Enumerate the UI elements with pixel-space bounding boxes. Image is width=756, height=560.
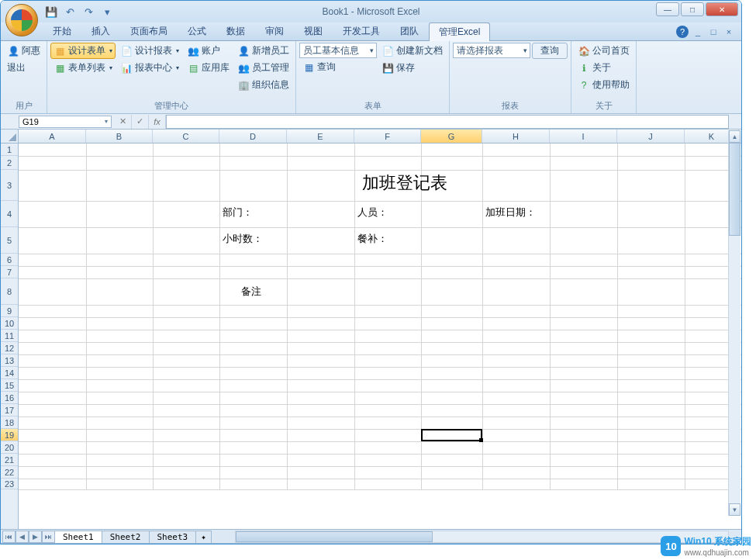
scroll-down-icon[interactable]: ▼ (729, 503, 740, 516)
hscroll-thumb[interactable] (236, 531, 433, 542)
fx-accept[interactable]: ✓ (132, 115, 149, 129)
row-header-12[interactable]: 12 (1, 342, 18, 354)
name-box[interactable]: G19 (19, 116, 112, 128)
sheet-nav-1[interactable]: ◀ (16, 531, 29, 543)
row-header-22[interactable]: 22 (1, 466, 18, 479)
ribbon-btn[interactable]: ℹ关于 (575, 60, 633, 76)
row-header-15[interactable]: 15 (1, 379, 18, 392)
ribbon-btn[interactable]: 👥账户 (184, 43, 233, 59)
row-header-20[interactable]: 20 (1, 441, 18, 454)
row-header-21[interactable]: 21 (1, 454, 18, 466)
new-sheet-icon[interactable]: ✦ (195, 531, 212, 543)
qat-redo[interactable]: ↷ (80, 3, 97, 20)
vertical-scrollbar[interactable]: ▲ ▼ (728, 130, 740, 516)
ribbon-boxbtn[interactable]: 查询 (532, 43, 568, 59)
tab-4[interactable]: 数据 (216, 22, 255, 40)
qat-save[interactable]: 💾 (43, 3, 60, 20)
tab-0[interactable]: 开始 (43, 22, 81, 40)
office-button[interactable] (5, 4, 38, 36)
row-header-11[interactable]: 11 (1, 330, 18, 342)
row-header-18[interactable]: 18 (1, 417, 18, 429)
qat-more[interactable]: ▾ (98, 3, 116, 20)
sheet-tab-2[interactable]: Sheet3 (149, 531, 197, 543)
cell-selection[interactable] (421, 429, 482, 441)
ribbon-select[interactable]: 员工基本信息 (299, 43, 377, 58)
row-header-6[interactable]: 6 (1, 254, 18, 266)
row-header-10[interactable]: 10 (1, 317, 18, 330)
col-header-F[interactable]: F (354, 130, 421, 143)
col-header-D[interactable]: D (219, 130, 287, 143)
col-header-I[interactable]: I (550, 130, 617, 143)
col-header-A[interactable]: A (19, 130, 86, 143)
ribbon-btn[interactable]: ▤应用库 (184, 60, 233, 76)
window-minimize[interactable]: — (656, 2, 679, 16)
mdi-close-icon[interactable]: × (723, 26, 735, 38)
scroll-up-icon[interactable]: ▲ (729, 130, 740, 143)
row-header-23[interactable]: 23 (1, 479, 18, 489)
sheet-nav-3[interactable]: ⏭ (42, 531, 55, 543)
ribbon-btn[interactable]: 📊报表中心▾ (117, 60, 182, 76)
ribbon-btn[interactable]: 退出 (4, 60, 43, 76)
row-header-9[interactable]: 9 (1, 305, 18, 317)
ribbon-btn[interactable]: ▦设计表单▾ (50, 43, 116, 59)
tab-8[interactable]: 团队 (390, 22, 429, 40)
ribbon-btn[interactable]: 👤新增员工 (234, 43, 292, 59)
row-header-14[interactable]: 14 (1, 367, 18, 379)
ribbon-btn[interactable]: ▦查询 (299, 59, 377, 75)
ribbon-btn[interactable]: 👤阿惠 (4, 43, 43, 59)
tab-1[interactable]: 插入 (81, 22, 120, 40)
ribbon-btn[interactable]: 👥员工管理 (234, 60, 292, 76)
ribbon-select[interactable]: 请选择报表 (453, 43, 530, 58)
form-area (219, 156, 685, 305)
tab-9[interactable]: 管理Excel (429, 22, 490, 41)
row-header-16[interactable]: 16 (1, 392, 18, 404)
horizontal-scrollbar[interactable] (235, 531, 729, 543)
row-header-13[interactable]: 13 (1, 354, 18, 367)
grid-cells[interactable]: 加班登记表部门：人员：加班日期：小时数：餐补：备注 (19, 143, 741, 529)
tab-6[interactable]: 视图 (294, 22, 333, 40)
ribbon-btn[interactable]: 📄创建新文档 (378, 43, 446, 59)
row-header-7[interactable]: 7 (1, 266, 18, 278)
mdi-restore-icon[interactable]: □ (707, 26, 720, 38)
ribbon-btn[interactable]: ?使用帮助 (575, 77, 633, 93)
formula-input[interactable] (166, 115, 729, 129)
ribbon-btn[interactable]: 📄设计报表▾ (117, 43, 182, 59)
dropdown-icon: ▾ (176, 64, 179, 71)
row-header-19[interactable]: 19 (1, 429, 18, 441)
mdi-min-icon[interactable]: _ (692, 26, 704, 38)
fx-cancel[interactable]: ✕ (115, 115, 132, 129)
col-header-H[interactable]: H (482, 130, 550, 143)
tab-7[interactable]: 开发工具 (333, 22, 390, 40)
fx-button[interactable]: fx (149, 115, 166, 129)
row-header-1[interactable]: 1 (1, 143, 18, 156)
row-header-17[interactable]: 17 (1, 404, 18, 417)
ribbon-icon: ▦ (54, 62, 66, 74)
vscroll-thumb[interactable] (729, 143, 740, 236)
col-header-G[interactable]: G (421, 130, 482, 143)
sheet-tab-1[interactable]: Sheet2 (102, 531, 150, 543)
qat-undo[interactable]: ↶ (61, 3, 78, 20)
tab-2[interactable]: 页面布局 (120, 22, 178, 40)
ribbon-btn[interactable]: 🏠公司首页 (575, 43, 633, 59)
row-header-3[interactable]: 3 (1, 170, 18, 201)
window-close[interactable]: ✕ (706, 2, 738, 16)
col-header-J[interactable]: J (617, 130, 685, 143)
ribbon-btn[interactable]: 💾保存 (378, 60, 446, 76)
col-header-B[interactable]: B (86, 130, 153, 143)
sheet-nav-0[interactable]: ⏮ (2, 531, 16, 543)
tab-5[interactable]: 审阅 (255, 22, 294, 40)
ribbon-btn[interactable]: 🏢组织信息 (234, 77, 292, 93)
row-header-2[interactable]: 2 (1, 156, 18, 170)
sheet-tab-0[interactable]: Sheet1 (54, 531, 102, 543)
row-header-4[interactable]: 4 (1, 201, 18, 227)
window-maximize[interactable]: □ (681, 2, 704, 16)
help-icon[interactable]: ? (676, 26, 689, 38)
col-header-C[interactable]: C (153, 130, 219, 143)
row-header-5[interactable]: 5 (1, 227, 18, 254)
row-header-8[interactable]: 8 (1, 278, 18, 305)
sheet-nav-2[interactable]: ▶ (29, 531, 42, 543)
tab-3[interactable]: 公式 (178, 22, 216, 40)
select-all-corner[interactable] (1, 130, 19, 143)
col-header-E[interactable]: E (287, 130, 354, 143)
ribbon-btn[interactable]: ▦表单列表▾ (50, 60, 116, 76)
